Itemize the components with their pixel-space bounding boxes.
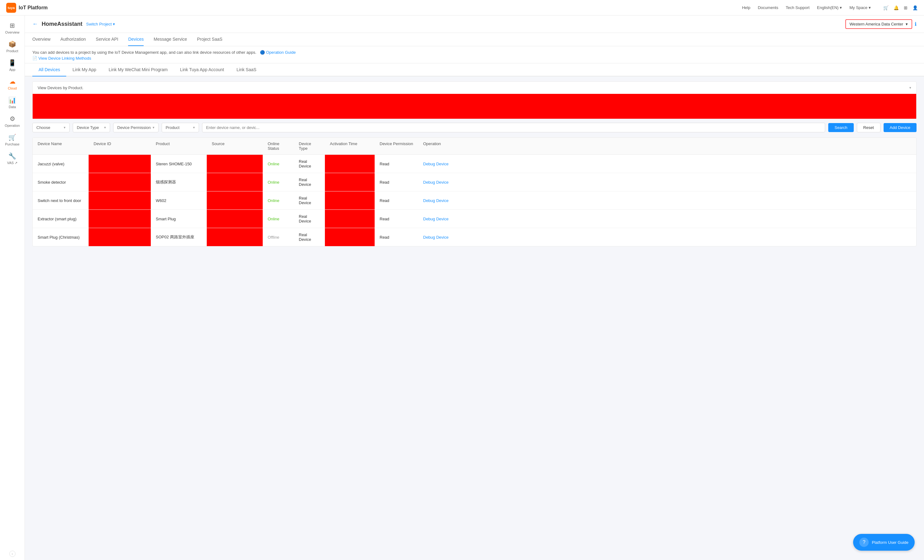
table-row: Jacuzzi (valve) Steren SHOME-150 Online … bbox=[33, 155, 916, 173]
subnav-project-saas[interactable]: Project SaaS bbox=[197, 33, 223, 46]
documents-link[interactable]: Documents bbox=[758, 5, 778, 10]
tab-link-saas[interactable]: Link SaaS bbox=[230, 63, 263, 76]
info-icon[interactable]: ℹ bbox=[915, 21, 916, 27]
col-device-id: Device ID bbox=[88, 138, 151, 154]
device-permission-dropdown[interactable]: Device Permission ▾ bbox=[113, 123, 159, 132]
cloud-icon: ☁ bbox=[9, 78, 15, 85]
sidebar-label-app: App bbox=[9, 68, 15, 72]
cell-device-name-1: Smoke detector bbox=[33, 173, 88, 191]
app-icon: 📱 bbox=[8, 59, 16, 66]
sidebar-item-vas[interactable]: 🔧 VAS ↗ bbox=[0, 149, 24, 168]
cart-icon[interactable]: 🛒 bbox=[883, 5, 888, 10]
debug-device-link-4[interactable]: Debug Device bbox=[423, 235, 448, 240]
choose-dropdown[interactable]: Choose ▾ bbox=[32, 123, 70, 132]
col-operation: Operation bbox=[418, 138, 456, 154]
cell-operation-3: Debug Device bbox=[418, 210, 456, 228]
user-icon[interactable]: 👤 bbox=[912, 5, 918, 10]
reset-button[interactable]: Reset bbox=[857, 123, 880, 132]
debug-device-link-1[interactable]: Debug Device bbox=[423, 180, 448, 184]
guide-question-icon: ? bbox=[860, 538, 868, 547]
sidebar-item-purchase[interactable]: 🛒 Purchase bbox=[0, 130, 24, 149]
project-header: ← HomeAssistant Switch Project ▾ Western… bbox=[25, 15, 924, 33]
sidebar-label-cloud: Cloud bbox=[8, 86, 17, 90]
sidebar-item-cloud[interactable]: ☁ Cloud bbox=[0, 75, 24, 93]
cell-online-status-1: Online bbox=[263, 173, 294, 191]
cell-device-type-3: Real Device bbox=[294, 210, 325, 228]
operation-icon: ⚙ bbox=[10, 115, 15, 123]
cell-device-permission-3: Read bbox=[375, 210, 418, 228]
view-by-product-chevron: ▾ bbox=[909, 86, 911, 90]
product-dropdown[interactable]: Product ▾ bbox=[162, 123, 199, 132]
debug-device-link-3[interactable]: Debug Device bbox=[423, 217, 448, 221]
col-online-status: Online Status bbox=[263, 138, 294, 154]
table-row: Smart Plug (Christmas) SOP02 两路室外插座 Offl… bbox=[33, 228, 916, 246]
datacenter-selector[interactable]: Western America Data Center ▾ bbox=[845, 19, 912, 29]
sidebar-item-operation[interactable]: ⚙ Operation bbox=[0, 112, 24, 130]
cell-source-2 bbox=[207, 192, 263, 210]
cell-online-status-2: Online bbox=[263, 192, 294, 210]
help-link[interactable]: Help bbox=[742, 5, 750, 10]
device-type-dropdown[interactable]: Device Type ▾ bbox=[73, 123, 110, 132]
view-linking-link[interactable]: 📄 View Device Linking Methods bbox=[32, 56, 91, 61]
cell-online-status-4: Offline bbox=[263, 228, 294, 246]
sidebar-label-vas: VAS ↗ bbox=[7, 161, 17, 165]
view-by-product-label: View Devices by Product. bbox=[38, 85, 83, 90]
main-layout: ⊞ Overview 📦 Product 📱 App ☁ Cloud 📊 Dat… bbox=[0, 15, 924, 560]
tab-link-wechat[interactable]: Link My WeChat Mini Program bbox=[103, 63, 174, 76]
info-text: You can add devices to a project by usin… bbox=[32, 50, 256, 55]
my-space-dropdown[interactable]: My Space ▾ bbox=[849, 5, 871, 10]
overview-icon: ⊞ bbox=[10, 22, 15, 29]
guide-label: Platform User Guide bbox=[872, 540, 909, 545]
bell-icon[interactable]: 🔔 bbox=[894, 5, 899, 10]
info-bar-links: 📄 View Device Linking Methods bbox=[32, 56, 916, 61]
cell-device-name-3: Extractor (smart plug) bbox=[33, 210, 88, 228]
project-title-area: ← HomeAssistant Switch Project ▾ bbox=[32, 21, 115, 27]
subnav-overview[interactable]: Overview bbox=[32, 33, 50, 46]
tech-support-link[interactable]: Tech Support bbox=[786, 5, 810, 10]
tab-link-my-app[interactable]: Link My App bbox=[66, 63, 102, 76]
device-table: Device Name Device ID Product Source Onl… bbox=[32, 137, 916, 246]
cell-device-permission-2: Read bbox=[375, 192, 418, 210]
debug-device-link-0[interactable]: Debug Device bbox=[423, 162, 448, 166]
sidebar-item-app[interactable]: 📱 App bbox=[0, 56, 24, 75]
tab-link-tuya[interactable]: Link Tuya App Account bbox=[174, 63, 230, 76]
platform-user-guide[interactable]: ? Platform User Guide bbox=[853, 534, 915, 551]
cell-online-status-3: Online bbox=[263, 210, 294, 228]
search-button[interactable]: Search bbox=[828, 123, 854, 132]
subnav-service-api[interactable]: Service API bbox=[96, 33, 118, 46]
view-by-product-banner bbox=[33, 94, 916, 119]
cell-activation-time-0 bbox=[325, 155, 375, 173]
col-source: Source bbox=[207, 138, 263, 154]
cell-source-1 bbox=[207, 173, 263, 191]
cell-device-id-2 bbox=[88, 192, 151, 210]
device-type-label: Device Type bbox=[77, 125, 99, 130]
search-input[interactable] bbox=[202, 123, 825, 132]
data-icon: 📊 bbox=[8, 96, 16, 104]
cell-device-name-0: Jacuzzi (valve) bbox=[33, 155, 88, 173]
cell-source-0 bbox=[207, 155, 263, 173]
cell-activation-time-3 bbox=[325, 210, 375, 228]
filter-bar: Choose ▾ Device Type ▾ Device Permission… bbox=[32, 123, 916, 132]
subnav-authorization[interactable]: Authorization bbox=[60, 33, 86, 46]
project-name: HomeAssistant bbox=[42, 21, 82, 27]
sidebar-item-overview[interactable]: ⊞ Overview bbox=[0, 19, 24, 37]
sidebar-item-data[interactable]: 📊 Data bbox=[0, 93, 24, 112]
tab-all-devices[interactable]: All Devices bbox=[32, 63, 66, 76]
sidebar-item-product[interactable]: 📦 Product bbox=[0, 37, 24, 56]
cell-operation-4: Debug Device bbox=[418, 228, 456, 246]
switch-project-button[interactable]: Switch Project ▾ bbox=[86, 22, 115, 26]
grid-icon[interactable]: ⊞ bbox=[904, 5, 908, 10]
operation-guide-link[interactable]: 🔵 Operation Guide bbox=[260, 50, 296, 55]
cell-device-type-2: Real Device bbox=[294, 192, 325, 210]
view-by-product-header[interactable]: View Devices by Product. ▾ bbox=[33, 82, 916, 94]
subnav-message-service[interactable]: Message Service bbox=[154, 33, 187, 46]
debug-device-link-2[interactable]: Debug Device bbox=[423, 198, 448, 203]
cell-operation-2: Debug Device bbox=[418, 192, 456, 210]
sidebar-collapse-btn[interactable]: › bbox=[9, 551, 15, 557]
back-button[interactable]: ← bbox=[32, 21, 38, 27]
language-selector[interactable]: English(EN) ▾ bbox=[817, 5, 842, 10]
logo-area: tuya IoT Platform bbox=[6, 3, 48, 13]
subnav-devices[interactable]: Devices bbox=[128, 33, 144, 46]
table-row: Switch next to front door W602 Online Re… bbox=[33, 192, 916, 210]
add-device-button[interactable]: Add Device bbox=[884, 123, 916, 132]
